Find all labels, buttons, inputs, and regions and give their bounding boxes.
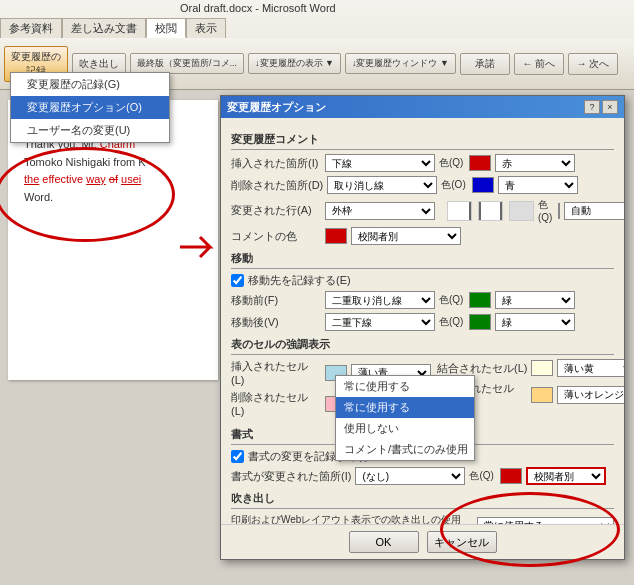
arrow-annotation xyxy=(175,232,225,262)
merged-cell-select[interactable]: 薄い黄 xyxy=(557,359,624,377)
reviewing-pane-btn[interactable]: ↓変更履歴ウィンドウ ▼ xyxy=(345,53,456,74)
split-cell-color[interactable] xyxy=(531,387,553,403)
balloon-dropdown-never[interactable]: 使用しない xyxy=(336,418,474,439)
dropdown-item-options[interactable]: 変更履歴オプション(O) xyxy=(11,96,169,119)
track-format-checkbox[interactable] xyxy=(231,450,244,463)
move-to-row: 移動後(V) 二重下線 色(Q) 緑 xyxy=(231,313,614,331)
dialog-controls: ? × xyxy=(584,100,618,114)
balloon-dropdown-always2[interactable]: 常に使用する xyxy=(336,397,474,418)
dialog-title: 変更履歴オプション xyxy=(227,100,326,115)
insert-color-label: 色(Q) xyxy=(439,156,463,170)
merged-cell-color[interactable] xyxy=(531,360,553,376)
format-changed-select[interactable]: (なし) xyxy=(355,467,465,485)
tab-view[interactable]: 表示 xyxy=(186,18,226,38)
insert-row: 挿入された箇所(I) 下線 色(Q) 赤 xyxy=(231,154,614,172)
balloon-dropdown-always1[interactable]: 常に使用する xyxy=(336,376,474,397)
split-cell-select[interactable]: 薄いオレンジ xyxy=(557,386,624,404)
changed-color-label: 色(Q) xyxy=(538,198,552,223)
comment-color-select[interactable]: 校閲者別 xyxy=(351,227,461,245)
insert-color-box[interactable] xyxy=(469,155,491,171)
track-moves-label: 移動先を記録する(E) xyxy=(248,273,351,288)
document-area: Slide 1. Thank you, Mr. Chairm Tomoko Ni… xyxy=(0,92,240,585)
balloon-use-dropdown[interactable]: 常に使用する 常に使用する 使用しない コメント/書式にのみ使用 xyxy=(335,375,475,461)
comment-color-label: コメントの色 xyxy=(231,229,321,244)
move-to-color-select[interactable]: 緑 xyxy=(495,313,575,331)
show-markup-btn[interactable]: ↓変更履歴の表示 ▼ xyxy=(248,53,341,74)
deleted-cell-label: 削除されたセル(L) xyxy=(231,390,321,417)
move-to-label: 移動後(V) xyxy=(231,315,321,330)
section-move-title: 移動 xyxy=(231,251,614,269)
track-moves-checkbox[interactable] xyxy=(231,274,244,287)
format-color-box[interactable] xyxy=(500,468,522,484)
word-background: Oral draft.docx - Microsoft Word 参考資料 差し… xyxy=(0,0,634,585)
prev-btn[interactable]: ← 前へ xyxy=(514,53,564,75)
comment-color-box[interactable] xyxy=(325,228,347,244)
section-comments-title: 変更履歴コメント xyxy=(231,132,614,150)
move-to-color-box[interactable] xyxy=(469,314,491,330)
window-title: Oral draft.docx - Microsoft Word xyxy=(180,2,336,14)
dropdown-menu[interactable]: 変更履歴の記録(G) 変更履歴オプション(O) ユーザー名の変更(U) xyxy=(10,72,170,143)
delete-color-label: 色(O) xyxy=(441,178,465,192)
track-moves-checkbox-row: 移動先を記録する(E) xyxy=(231,273,614,288)
preview-box-2 xyxy=(478,201,503,221)
accept-btn[interactable]: 承諾 xyxy=(460,53,510,75)
format-color-select[interactable]: 校閲者別 xyxy=(526,467,606,485)
dialog-body: 変更履歴コメント 挿入された箇所(I) 下線 色(Q) 赤 削除された箇所(D)… xyxy=(221,118,624,524)
section-cell-title: 表のセルの強調表示 xyxy=(231,337,614,355)
dropdown-item-username[interactable]: ユーザー名の変更(U) xyxy=(11,119,169,142)
dialog-footer: OK キャンセル xyxy=(221,524,624,559)
changed-color-select[interactable]: 自動 xyxy=(564,202,624,220)
move-from-color-box[interactable] xyxy=(469,292,491,308)
dropdown-item-record[interactable]: 変更履歴の記録(G) xyxy=(11,73,169,96)
move-from-select[interactable]: 二重取り消し線 xyxy=(325,291,435,309)
delete-select[interactable]: 取り消し線 xyxy=(327,176,437,194)
inserted-cell-label: 挿入されたセル(L) xyxy=(231,359,321,386)
move-from-color-select[interactable]: 緑 xyxy=(495,291,575,309)
insert-label: 挿入された箇所(I) xyxy=(231,156,321,171)
tab-references[interactable]: 参考資料 xyxy=(0,18,62,38)
balloon-use-select[interactable]: 常に使用する 常に使用する 使用しない コメント/書式にのみ使用 xyxy=(477,517,615,525)
move-from-label: 移動前(F) xyxy=(231,293,321,308)
changed-color-box[interactable] xyxy=(558,203,560,219)
insert-select[interactable]: 下線 xyxy=(325,154,435,172)
changed-line-row: 変更された行(A) 外枠 色(Q) xyxy=(231,198,614,223)
move-to-select[interactable]: 二重下線 xyxy=(325,313,435,331)
delete-color-select[interactable]: 青 xyxy=(498,176,578,194)
format-changed-row: 書式が変更された箇所(I) (なし) 色(Q) 校閲者別 xyxy=(231,467,614,485)
move-to-color-label: 色(Q) xyxy=(439,315,463,329)
ok-button[interactable]: OK xyxy=(349,531,419,553)
tab-mailings[interactable]: 差し込み文書 xyxy=(62,18,146,38)
balloon-use-label: 印刷およびWebレイアウト表示での吹き出しの使用(U) xyxy=(231,513,473,524)
section-balloon-title: 吹き出し xyxy=(231,491,614,509)
balloon-use-row: 印刷およびWebレイアウト表示での吹き出しの使用(U) 常に使用する 常に使用す… xyxy=(231,513,614,524)
delete-color-box[interactable] xyxy=(472,177,494,193)
format-color-label: 色(Q) xyxy=(469,469,493,483)
track-changes-options-dialog: 変更履歴オプション ? × 変更履歴コメント 挿入された箇所(I) 下線 色(Q… xyxy=(220,95,625,560)
dialog-titlebar: 変更履歴オプション ? × xyxy=(221,96,624,118)
changed-line-select[interactable]: 外枠 xyxy=(325,202,435,220)
merged-cell-label: 結合されたセル(L) xyxy=(437,361,527,376)
delete-label: 削除された箇所(D) xyxy=(231,178,323,193)
final-version-btn[interactable]: 最終版（変更箇所/コメ... xyxy=(130,53,244,74)
dialog-close-btn[interactable]: × xyxy=(602,100,618,114)
delete-row: 削除された箇所(D) 取り消し線 色(O) 青 xyxy=(231,176,614,194)
comment-color-row: コメントの色 校閲者別 xyxy=(231,227,614,245)
balloon-dropdown-comments[interactable]: コメント/書式にのみ使用 xyxy=(336,439,474,460)
move-from-row: 移動前(F) 二重取り消し線 色(Q) 緑 xyxy=(231,291,614,309)
move-from-color-label: 色(Q) xyxy=(439,293,463,307)
ribbon-tabs: 参考資料 差し込み文書 校閲 表示 xyxy=(0,18,226,38)
preview-box-1 xyxy=(447,201,472,221)
next-btn[interactable]: → 次へ xyxy=(568,53,618,75)
dialog-help-btn[interactable]: ? xyxy=(584,100,600,114)
tab-review[interactable]: 校閲 xyxy=(146,18,186,38)
insert-color-select[interactable]: 赤 xyxy=(495,154,575,172)
format-changed-label: 書式が変更された箇所(I) xyxy=(231,469,351,484)
changed-line-label: 変更された行(A) xyxy=(231,203,321,218)
document-text: Thank you, Mr. Chairm Tomoko Nishigaki f… xyxy=(24,136,202,206)
cancel-button[interactable]: キャンセル xyxy=(427,531,497,553)
preview-box-3 xyxy=(509,201,534,221)
